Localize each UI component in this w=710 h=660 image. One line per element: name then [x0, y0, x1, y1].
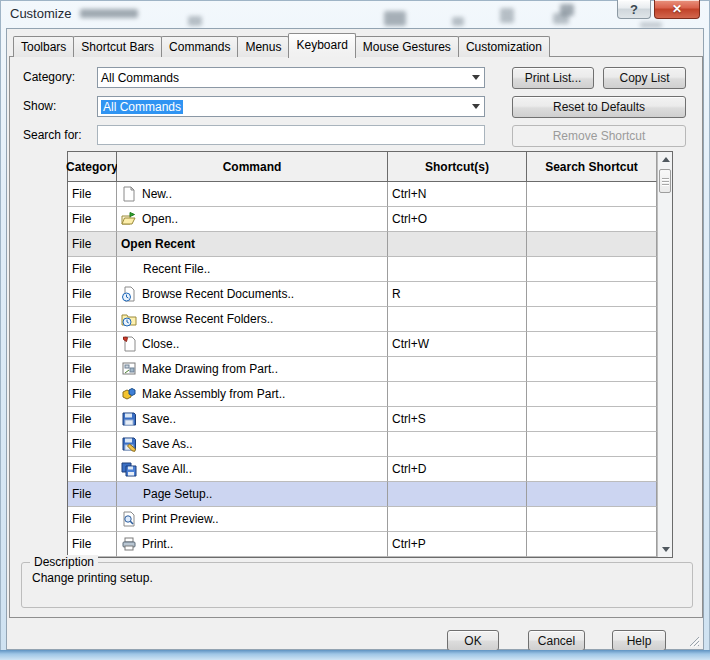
table-row[interactable]: FileSave As..	[68, 432, 672, 457]
open-folder-icon	[121, 211, 142, 227]
column-header-category: Category	[68, 152, 117, 182]
command-label: Save As..	[142, 437, 193, 451]
category-dropdown-value: All Commands	[101, 71, 179, 85]
table-row[interactable]: FileRecent File..	[68, 257, 672, 282]
column-header-shortcut-s-: Shortcut(s)	[388, 152, 527, 182]
cell-command: Save All..	[117, 457, 388, 482]
tab-shortcut-bars[interactable]: Shortcut Bars	[73, 36, 162, 57]
save-all-icon	[121, 461, 142, 477]
tab-menus[interactable]: Menus	[237, 36, 289, 57]
cell-category: File	[68, 182, 117, 207]
cell-command: Make Assembly from Part..	[117, 382, 388, 407]
table-row[interactable]: FileSave All..Ctrl+D	[68, 457, 672, 482]
cell-category: File	[68, 232, 117, 257]
resize-grip[interactable]	[687, 634, 700, 647]
cell-search-shortcut	[527, 532, 657, 557]
cell-command: Recent File..	[117, 257, 388, 282]
background-artifact	[452, 17, 464, 26]
shortcuts-table: CategoryCommandShortcut(s)Search Shortcu…	[67, 151, 673, 558]
background-artifact	[560, 4, 574, 16]
cell-shortcut: Ctrl+S	[388, 407, 527, 432]
table-row[interactable]: FileOpen Recent	[68, 232, 672, 257]
scroll-down-button[interactable]	[658, 542, 673, 557]
cell-shortcut: Ctrl+O	[388, 207, 527, 232]
table-row[interactable]: FileBrowse Recent Documents..R	[68, 282, 672, 307]
cell-search-shortcut	[527, 332, 657, 357]
tab-keyboard[interactable]: Keyboard	[288, 33, 355, 58]
vertical-scrollbar[interactable]	[657, 152, 672, 557]
table-row[interactable]: FilePage Setup..	[68, 482, 672, 507]
cell-category: File	[68, 432, 117, 457]
cell-category: File	[68, 482, 117, 507]
cell-shortcut	[388, 432, 527, 457]
table-row[interactable]: FileMake Assembly from Part..	[68, 382, 672, 407]
cell-category: File	[68, 307, 117, 332]
table-row[interactable]: FilePrint Preview..	[68, 507, 672, 532]
close-button[interactable]: ✕	[654, 0, 700, 19]
cancel-button[interactable]: Cancel	[528, 630, 585, 651]
print-preview-icon	[121, 511, 142, 527]
cell-shortcut: Ctrl+W	[388, 332, 527, 357]
ok-button[interactable]: OK	[447, 630, 499, 651]
command-label: Make Assembly from Part..	[142, 387, 285, 401]
cell-command: Browse Recent Folders..	[117, 307, 388, 332]
command-label: Browse Recent Documents..	[142, 287, 294, 301]
category-dropdown[interactable]: All Commands	[97, 67, 485, 88]
cell-shortcut: R	[388, 282, 527, 307]
recent-folder-icon	[121, 311, 142, 327]
recent-document-icon	[121, 286, 142, 302]
save-icon	[121, 411, 142, 427]
tab-commands[interactable]: Commands	[161, 36, 238, 57]
description-groupbox: Description Change printing setup.	[21, 562, 693, 608]
titlebar[interactable]: Customize ? ✕	[0, 0, 710, 28]
remove-shortcut-button[interactable]: Remove Shortcut	[512, 125, 686, 147]
table-row[interactable]: FileSave..Ctrl+S	[68, 407, 672, 432]
cell-command: Browse Recent Documents..	[117, 282, 388, 307]
dropdown-arrow-zone[interactable]	[467, 97, 484, 116]
tab-customization[interactable]: Customization	[458, 36, 550, 57]
table-row[interactable]: FileOpen..Ctrl+O	[68, 207, 672, 232]
print-list-button[interactable]: Print List...	[512, 67, 594, 89]
cell-search-shortcut	[527, 307, 657, 332]
scroll-down-icon	[662, 547, 670, 552]
search-input[interactable]	[97, 125, 485, 145]
question-mark-icon: ?	[630, 2, 638, 17]
cell-category: File	[68, 282, 117, 307]
cell-category: File	[68, 532, 117, 557]
table-row[interactable]: FileMake Drawing from Part..	[68, 357, 672, 382]
cell-search-shortcut	[527, 382, 657, 407]
cell-search-shortcut	[527, 507, 657, 532]
reset-to-defaults-button[interactable]: Reset to Defaults	[512, 96, 686, 118]
table-row[interactable]: FileClose..Ctrl+W	[68, 332, 672, 357]
command-label: Save..	[142, 412, 176, 426]
cell-command: New..	[117, 182, 388, 207]
command-label: Open..	[142, 212, 178, 226]
cell-shortcut: Ctrl+D	[388, 457, 527, 482]
dropdown-arrow-zone[interactable]	[467, 68, 484, 87]
cell-category: File	[68, 382, 117, 407]
chevron-down-icon	[472, 104, 480, 109]
tab-mouse-gestures[interactable]: Mouse Gestures	[355, 36, 459, 57]
help-caption-button[interactable]: ?	[617, 0, 651, 19]
scroll-up-button[interactable]	[658, 152, 673, 167]
cell-shortcut: Ctrl+N	[388, 182, 527, 207]
tab-toolbars[interactable]: Toolbars	[13, 36, 74, 57]
cell-command: Print..	[117, 532, 388, 557]
column-header-search-shortcut: Search Shortcut	[527, 152, 657, 182]
background-window-edge	[0, 650, 710, 660]
cell-search-shortcut	[527, 232, 657, 257]
table-row[interactable]: FilePrint..Ctrl+P	[68, 532, 672, 557]
scrollbar-thumb[interactable]	[659, 169, 671, 193]
command-label: Save All..	[142, 462, 192, 476]
show-dropdown[interactable]: All Commands	[97, 96, 485, 117]
table-row[interactable]: FileNew..Ctrl+N	[68, 182, 672, 207]
help-button[interactable]: Help	[612, 630, 666, 651]
copy-list-button[interactable]: Copy List	[603, 67, 686, 89]
close-document-icon	[121, 336, 142, 352]
command-label: Page Setup..	[143, 487, 212, 501]
cell-shortcut	[388, 507, 527, 532]
table-row[interactable]: FileBrowse Recent Folders..	[68, 307, 672, 332]
make-assembly-icon	[121, 386, 142, 402]
cell-command: Save..	[117, 407, 388, 432]
background-artifact	[500, 8, 514, 23]
